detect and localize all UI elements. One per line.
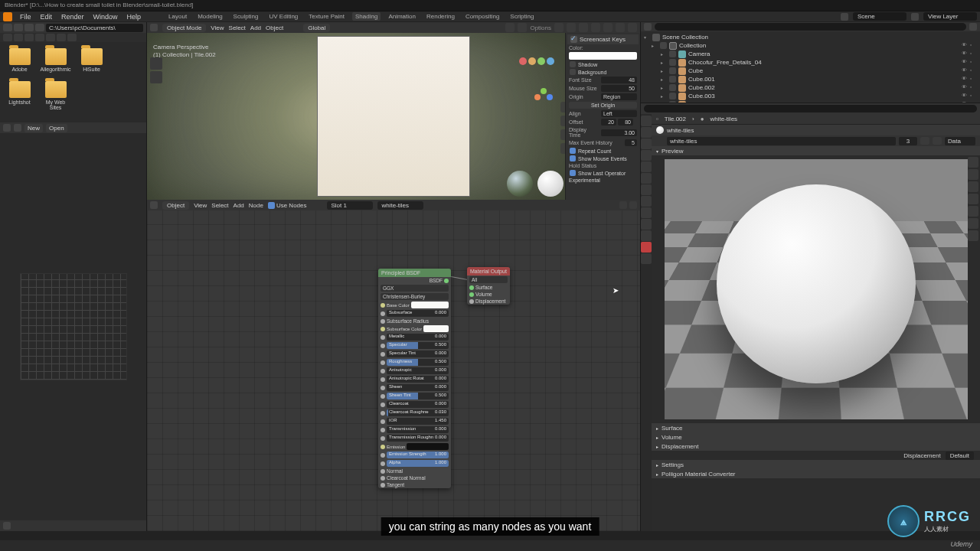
fb-sort-icon[interactable]	[24, 34, 34, 41]
eye-icon[interactable]: 👁	[962, 42, 969, 49]
breadcrumb-obj[interactable]: Tile.002	[665, 116, 686, 122]
slot-field[interactable]: Slot 1	[327, 201, 373, 210]
dropdown[interactable]: All	[469, 276, 508, 283]
render-icon[interactable]: ▫	[970, 59, 977, 66]
world-tab-icon[interactable]	[641, 161, 652, 172]
menu-window[interactable]: Window	[92, 13, 119, 21]
search-input[interactable]	[644, 105, 977, 112]
outliner-item[interactable]: ▸Cube.001👁▫	[642, 75, 978, 83]
overlay-icon[interactable]	[567, 23, 576, 32]
value-slider[interactable]: Alpha1.000	[387, 460, 449, 467]
shading-matprev-icon[interactable]	[616, 23, 625, 32]
render-icon[interactable]: ▫	[970, 42, 977, 49]
render-icon[interactable]: ▫	[970, 101, 977, 103]
value-field[interactable]: 5	[625, 139, 637, 146]
breadcrumb-mat[interactable]: white-tiles	[710, 116, 738, 122]
checkbox-icon[interactable]	[570, 36, 577, 43]
scene-tab-icon[interactable]	[641, 150, 652, 161]
material-tab-icon[interactable]	[641, 242, 652, 253]
orb-icon[interactable]	[528, 57, 536, 65]
link-dropdown[interactable]: Data	[945, 137, 975, 145]
fb-bookmark-icon[interactable]	[67, 34, 77, 41]
viewport-menu-object[interactable]: Object	[266, 24, 283, 31]
render-icon[interactable]: ▫	[970, 76, 977, 83]
checkbox-icon[interactable]	[570, 155, 576, 161]
particle-tab-icon[interactable]	[641, 196, 652, 207]
output-tab-icon[interactable]	[641, 127, 652, 138]
viewlayer-field[interactable]: View Layer	[923, 12, 977, 21]
outliner-item[interactable]: ▸Cube.003👁▫	[642, 92, 978, 100]
folder-item[interactable]: HiSuite	[78, 48, 105, 72]
preview-render[interactable]	[665, 159, 968, 419]
input-socket-icon[interactable]	[381, 436, 385, 441]
fb-display-icon[interactable]	[35, 34, 44, 41]
value-slider[interactable]: Sheen0.000	[387, 384, 449, 391]
fb-filter-icon[interactable]	[14, 34, 23, 41]
preview-cube-icon[interactable]	[968, 181, 978, 192]
checkbox-icon[interactable]	[669, 51, 676, 57]
dropdown[interactable]: Region	[601, 93, 637, 100]
input-socket-icon[interactable]	[469, 292, 474, 297]
viewlayer-tab-icon[interactable]	[641, 139, 652, 149]
input-socket-icon[interactable]	[381, 360, 385, 365]
input-socket-icon[interactable]	[381, 403, 385, 407]
input-socket-icon[interactable]	[381, 327, 385, 331]
input-socket-icon[interactable]	[381, 303, 385, 308]
checkbox-icon[interactable]	[570, 61, 576, 67]
node-menu-select[interactable]: Select	[211, 202, 228, 209]
value-slider[interactable]: Roughness0.500	[387, 359, 449, 366]
input-socket-icon[interactable]	[469, 299, 474, 304]
value-slider[interactable]: Clearcoat0.000	[387, 401, 449, 408]
checkbox-icon[interactable]	[669, 101, 676, 103]
material-name-field[interactable]: white-tiles	[667, 137, 896, 145]
value-field[interactable]: 20	[601, 119, 616, 126]
menu-edit[interactable]: Edit	[39, 13, 54, 21]
nav-fwd-icon[interactable]	[14, 24, 23, 31]
dropdown[interactable]: Left	[601, 110, 637, 117]
value-slider[interactable]: Transmission0.000	[387, 426, 449, 433]
dropdown[interactable]: GGX	[381, 285, 449, 292]
value-slider[interactable]: Specular0.500	[387, 342, 449, 349]
unlink-icon[interactable]	[933, 137, 942, 145]
nav-up-icon[interactable]	[24, 24, 34, 31]
3d-viewport[interactable]: Camera Perspective (1) Collection | Tile…	[147, 33, 640, 200]
tab-scripting[interactable]: Scripting	[507, 12, 537, 21]
fb-view-icon[interactable]	[3, 34, 12, 41]
material-slot[interactable]: white-tiles	[652, 125, 980, 135]
outliner-item[interactable]: ▸Cube👁▫	[642, 67, 978, 75]
value-slider[interactable]: Specular Tint0.000	[387, 350, 449, 357]
checkbox-icon[interactable]	[570, 69, 576, 75]
fb-opt-icon[interactable]	[46, 34, 55, 41]
tab-texturepaint[interactable]: Texture Paint	[305, 12, 348, 21]
input-socket-icon[interactable]	[381, 445, 385, 449]
value-slider[interactable]: Anisotropic Rotat0.000	[387, 376, 449, 383]
render-icon[interactable]: ▫	[970, 84, 977, 91]
value-slider[interactable]: IOR1.450	[387, 418, 449, 425]
pin-icon[interactable]	[619, 201, 627, 209]
menu-file[interactable]: File	[18, 13, 33, 21]
output-socket-icon[interactable]	[444, 279, 449, 283]
preview-cloth-icon[interactable]	[968, 218, 978, 229]
section-displacement[interactable]: ▸Displacement	[652, 442, 980, 451]
input-socket-icon[interactable]	[381, 411, 385, 416]
input-socket-icon[interactable]	[381, 335, 385, 340]
principled-bsdf-node[interactable]: Principled BSDF BSDF GGX Christensen-Bur…	[378, 269, 451, 488]
value-slider[interactable]: Clearcoat Roughne0.030	[387, 409, 449, 416]
outliner-item[interactable]: ▾Scene Collection	[642, 33, 978, 41]
path-input[interactable]: C:\Users\pc\Documents\	[46, 24, 143, 32]
outliner-item[interactable]: ▸Cube.004👁▫	[642, 100, 978, 103]
snap-icon[interactable]	[629, 201, 637, 209]
open-image-button[interactable]: Open	[46, 124, 67, 132]
menu-help[interactable]: Help	[126, 13, 143, 21]
value-slider[interactable]: Anisotropic0.000	[387, 367, 449, 374]
shading-rendered-icon[interactable]	[628, 23, 637, 32]
node-menu-node[interactable]: Node	[249, 202, 263, 209]
editor-type-icon[interactable]	[150, 24, 158, 31]
value-field[interactable]: 80	[618, 119, 633, 126]
input-socket-icon[interactable]	[381, 311, 385, 316]
set-origin-button[interactable]: Set Origin	[569, 102, 637, 109]
render-icon[interactable]: ▫	[970, 67, 977, 74]
section-poliigon[interactable]: ▸Poliigon Material Converter	[652, 469, 980, 478]
checkbox-icon[interactable]	[669, 93, 676, 99]
outliner-item[interactable]: ▸Collection👁▫	[642, 41, 978, 50]
